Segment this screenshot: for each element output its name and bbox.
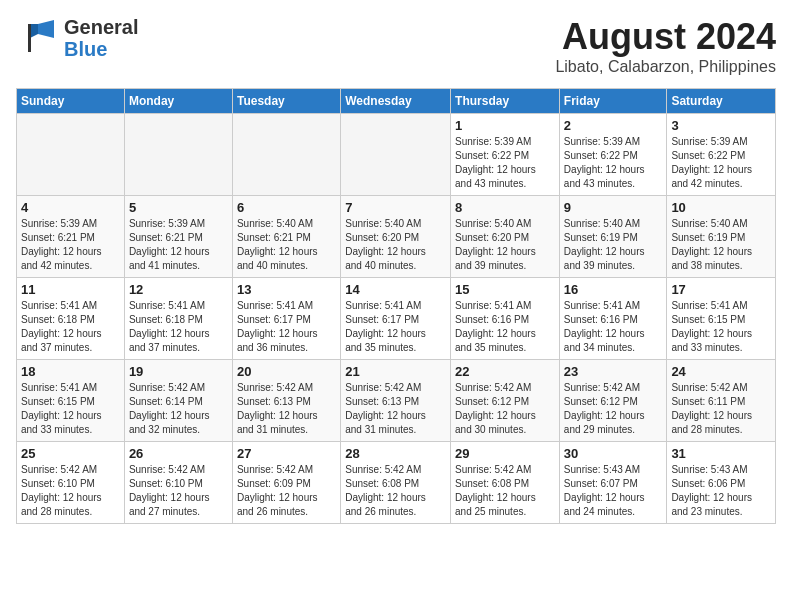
day-number: 9 [564, 200, 663, 215]
logo-text: General Blue [64, 16, 138, 60]
header-row: SundayMondayTuesdayWednesdayThursdayFrid… [17, 89, 776, 114]
day-number: 16 [564, 282, 663, 297]
day-number: 19 [129, 364, 228, 379]
calendar-cell: 22Sunrise: 5:42 AM Sunset: 6:12 PM Dayli… [451, 360, 560, 442]
day-number: 17 [671, 282, 771, 297]
week-row-2: 4Sunrise: 5:39 AM Sunset: 6:21 PM Daylig… [17, 196, 776, 278]
week-row-1: 1Sunrise: 5:39 AM Sunset: 6:22 PM Daylig… [17, 114, 776, 196]
day-info: Sunrise: 5:42 AM Sunset: 6:10 PM Dayligh… [21, 463, 120, 519]
day-info: Sunrise: 5:43 AM Sunset: 6:06 PM Dayligh… [671, 463, 771, 519]
day-number: 28 [345, 446, 446, 461]
day-info: Sunrise: 5:39 AM Sunset: 6:22 PM Dayligh… [564, 135, 663, 191]
calendar-cell [124, 114, 232, 196]
calendar-cell: 7Sunrise: 5:40 AM Sunset: 6:20 PM Daylig… [341, 196, 451, 278]
header-monday: Monday [124, 89, 232, 114]
calendar-cell: 14Sunrise: 5:41 AM Sunset: 6:17 PM Dayli… [341, 278, 451, 360]
header-thursday: Thursday [451, 89, 560, 114]
day-info: Sunrise: 5:41 AM Sunset: 6:15 PM Dayligh… [671, 299, 771, 355]
day-info: Sunrise: 5:40 AM Sunset: 6:21 PM Dayligh… [237, 217, 336, 273]
calendar-cell: 9Sunrise: 5:40 AM Sunset: 6:19 PM Daylig… [559, 196, 667, 278]
week-row-3: 11Sunrise: 5:41 AM Sunset: 6:18 PM Dayli… [17, 278, 776, 360]
calendar-cell: 16Sunrise: 5:41 AM Sunset: 6:16 PM Dayli… [559, 278, 667, 360]
calendar-cell [17, 114, 125, 196]
header: General Blue August 2024 Libato, Calabar… [16, 16, 776, 76]
day-info: Sunrise: 5:42 AM Sunset: 6:10 PM Dayligh… [129, 463, 228, 519]
day-number: 20 [237, 364, 336, 379]
svg-marker-0 [38, 20, 54, 38]
svg-marker-1 [30, 24, 38, 38]
header-tuesday: Tuesday [232, 89, 340, 114]
day-info: Sunrise: 5:43 AM Sunset: 6:07 PM Dayligh… [564, 463, 663, 519]
day-number: 13 [237, 282, 336, 297]
day-info: Sunrise: 5:41 AM Sunset: 6:15 PM Dayligh… [21, 381, 120, 437]
title-area: August 2024 Libato, Calabarzon, Philippi… [555, 16, 776, 76]
calendar-cell: 1Sunrise: 5:39 AM Sunset: 6:22 PM Daylig… [451, 114, 560, 196]
calendar-cell: 23Sunrise: 5:42 AM Sunset: 6:12 PM Dayli… [559, 360, 667, 442]
calendar-cell: 31Sunrise: 5:43 AM Sunset: 6:06 PM Dayli… [667, 442, 776, 524]
day-info: Sunrise: 5:42 AM Sunset: 6:12 PM Dayligh… [455, 381, 555, 437]
calendar-cell: 8Sunrise: 5:40 AM Sunset: 6:20 PM Daylig… [451, 196, 560, 278]
header-friday: Friday [559, 89, 667, 114]
calendar-cell: 29Sunrise: 5:42 AM Sunset: 6:08 PM Dayli… [451, 442, 560, 524]
day-number: 11 [21, 282, 120, 297]
calendar-cell: 21Sunrise: 5:42 AM Sunset: 6:13 PM Dayli… [341, 360, 451, 442]
day-info: Sunrise: 5:39 AM Sunset: 6:21 PM Dayligh… [21, 217, 120, 273]
day-number: 27 [237, 446, 336, 461]
day-number: 10 [671, 200, 771, 215]
week-row-4: 18Sunrise: 5:41 AM Sunset: 6:15 PM Dayli… [17, 360, 776, 442]
day-info: Sunrise: 5:42 AM Sunset: 6:08 PM Dayligh… [345, 463, 446, 519]
day-info: Sunrise: 5:41 AM Sunset: 6:16 PM Dayligh… [455, 299, 555, 355]
day-info: Sunrise: 5:40 AM Sunset: 6:20 PM Dayligh… [455, 217, 555, 273]
calendar-cell: 30Sunrise: 5:43 AM Sunset: 6:07 PM Dayli… [559, 442, 667, 524]
day-info: Sunrise: 5:42 AM Sunset: 6:14 PM Dayligh… [129, 381, 228, 437]
day-number: 1 [455, 118, 555, 133]
calendar-cell: 5Sunrise: 5:39 AM Sunset: 6:21 PM Daylig… [124, 196, 232, 278]
logo-icon [16, 16, 60, 60]
calendar-cell: 26Sunrise: 5:42 AM Sunset: 6:10 PM Dayli… [124, 442, 232, 524]
day-info: Sunrise: 5:40 AM Sunset: 6:19 PM Dayligh… [564, 217, 663, 273]
day-number: 23 [564, 364, 663, 379]
day-number: 24 [671, 364, 771, 379]
calendar-cell: 12Sunrise: 5:41 AM Sunset: 6:18 PM Dayli… [124, 278, 232, 360]
day-number: 18 [21, 364, 120, 379]
calendar-cell: 10Sunrise: 5:40 AM Sunset: 6:19 PM Dayli… [667, 196, 776, 278]
day-info: Sunrise: 5:40 AM Sunset: 6:19 PM Dayligh… [671, 217, 771, 273]
day-info: Sunrise: 5:41 AM Sunset: 6:18 PM Dayligh… [129, 299, 228, 355]
calendar-cell: 20Sunrise: 5:42 AM Sunset: 6:13 PM Dayli… [232, 360, 340, 442]
calendar-cell: 3Sunrise: 5:39 AM Sunset: 6:22 PM Daylig… [667, 114, 776, 196]
day-number: 21 [345, 364, 446, 379]
day-info: Sunrise: 5:39 AM Sunset: 6:22 PM Dayligh… [671, 135, 771, 191]
svg-rect-2 [28, 24, 31, 52]
day-number: 30 [564, 446, 663, 461]
day-info: Sunrise: 5:41 AM Sunset: 6:18 PM Dayligh… [21, 299, 120, 355]
day-number: 4 [21, 200, 120, 215]
day-info: Sunrise: 5:41 AM Sunset: 6:17 PM Dayligh… [345, 299, 446, 355]
month-title: August 2024 [555, 16, 776, 58]
calendar-cell [232, 114, 340, 196]
day-info: Sunrise: 5:40 AM Sunset: 6:20 PM Dayligh… [345, 217, 446, 273]
calendar-cell: 27Sunrise: 5:42 AM Sunset: 6:09 PM Dayli… [232, 442, 340, 524]
day-info: Sunrise: 5:42 AM Sunset: 6:13 PM Dayligh… [237, 381, 336, 437]
calendar-cell [341, 114, 451, 196]
day-info: Sunrise: 5:41 AM Sunset: 6:17 PM Dayligh… [237, 299, 336, 355]
calendar-cell: 17Sunrise: 5:41 AM Sunset: 6:15 PM Dayli… [667, 278, 776, 360]
day-number: 25 [21, 446, 120, 461]
calendar-cell: 25Sunrise: 5:42 AM Sunset: 6:10 PM Dayli… [17, 442, 125, 524]
day-number: 8 [455, 200, 555, 215]
day-number: 31 [671, 446, 771, 461]
day-info: Sunrise: 5:42 AM Sunset: 6:08 PM Dayligh… [455, 463, 555, 519]
calendar-cell: 4Sunrise: 5:39 AM Sunset: 6:21 PM Daylig… [17, 196, 125, 278]
day-number: 7 [345, 200, 446, 215]
day-number: 26 [129, 446, 228, 461]
day-info: Sunrise: 5:41 AM Sunset: 6:16 PM Dayligh… [564, 299, 663, 355]
day-info: Sunrise: 5:42 AM Sunset: 6:13 PM Dayligh… [345, 381, 446, 437]
calendar-cell: 19Sunrise: 5:42 AM Sunset: 6:14 PM Dayli… [124, 360, 232, 442]
calendar-cell: 28Sunrise: 5:42 AM Sunset: 6:08 PM Dayli… [341, 442, 451, 524]
calendar-table: SundayMondayTuesdayWednesdayThursdayFrid… [16, 88, 776, 524]
week-row-5: 25Sunrise: 5:42 AM Sunset: 6:10 PM Dayli… [17, 442, 776, 524]
day-info: Sunrise: 5:42 AM Sunset: 6:12 PM Dayligh… [564, 381, 663, 437]
calendar-cell: 15Sunrise: 5:41 AM Sunset: 6:16 PM Dayli… [451, 278, 560, 360]
day-info: Sunrise: 5:42 AM Sunset: 6:09 PM Dayligh… [237, 463, 336, 519]
day-info: Sunrise: 5:42 AM Sunset: 6:11 PM Dayligh… [671, 381, 771, 437]
calendar-cell: 6Sunrise: 5:40 AM Sunset: 6:21 PM Daylig… [232, 196, 340, 278]
